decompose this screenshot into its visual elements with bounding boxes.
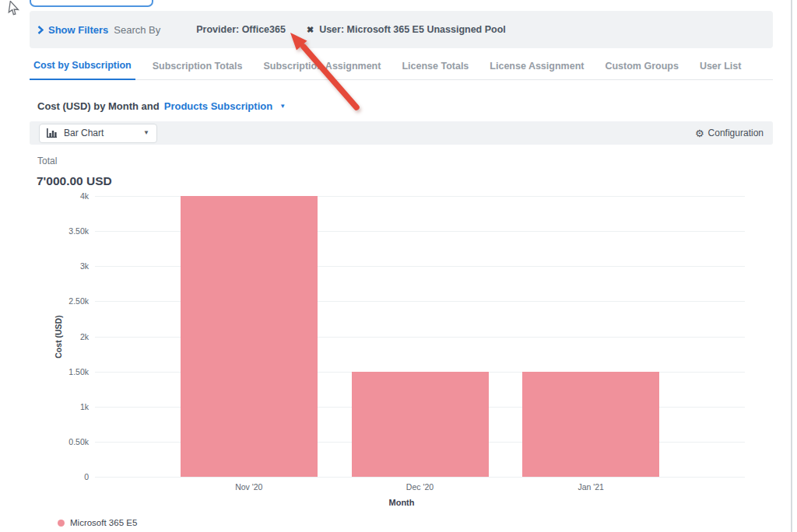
- y-tick-label: 2.50k: [5, 296, 89, 306]
- chart-type-value: Bar Chart: [64, 128, 104, 138]
- products-subscription-label: Products Subscription: [164, 100, 272, 112]
- x-tick-label: Nov '20: [235, 482, 262, 492]
- y-tick-label: 0: [5, 472, 89, 481]
- x-axis-title: Month: [389, 498, 415, 507]
- y-tick-label: 4k: [5, 191, 89, 201]
- y-tick-label: 3k: [5, 261, 89, 271]
- y-tick-label: 2k: [5, 332, 89, 341]
- tab-bar: Cost by SubscriptionSubscription TotalsS…: [30, 54, 773, 80]
- bar-chart-plot-area: 4k3.50k3k2.50k2k1.50k1k0.50k0Nov '20Dec …: [95, 196, 745, 477]
- caret-down-icon: ▼: [279, 103, 286, 110]
- tab-user-list[interactable]: User List: [696, 61, 746, 79]
- show-filters-toggle[interactable]: Show Filters: [37, 24, 108, 36]
- tab-cost-by-subscription[interactable]: Cost by Subscription: [30, 60, 135, 80]
- show-filters-label: Show Filters: [48, 24, 108, 36]
- y-tick-label: 1.50k: [5, 367, 89, 376]
- legend-item[interactable]: Microsoft 365 E5: [58, 518, 137, 527]
- filter-bar: Show Filters Search By Provider: Office3…: [30, 11, 773, 48]
- bar-nov-20[interactable]: [181, 196, 318, 477]
- x-icon[interactable]: ✖: [307, 25, 314, 35]
- y-tick-label: 0.50k: [5, 437, 89, 446]
- page-right-border: [791, 0, 792, 532]
- top-focused-input[interactable]: [30, 0, 153, 7]
- legend-label: Microsoft 365 E5: [70, 518, 137, 527]
- total-value: 7'000.00 USD: [37, 174, 112, 188]
- gridline: [95, 477, 745, 478]
- provider-filter-label: Provider: Office365: [196, 24, 286, 35]
- configuration-label: Configuration: [708, 128, 764, 138]
- gear-icon: ⚙: [695, 128, 704, 138]
- y-tick-label: 1k: [5, 402, 89, 411]
- bar-jan-21[interactable]: [522, 372, 659, 477]
- configuration-button[interactable]: ⚙ Configuration: [695, 128, 764, 138]
- chart-heading: Cost (USD) by Month and Products Subscri…: [37, 100, 286, 112]
- mouse-cursor-icon: [6, 1, 20, 16]
- products-subscription-dropdown[interactable]: Products Subscription ▼: [164, 100, 286, 112]
- chevron-right-icon: [37, 26, 44, 34]
- chart-toolbar: Bar Chart ▼ ⚙ Configuration: [30, 121, 773, 145]
- total-label: Total: [37, 156, 57, 166]
- provider-filter-chip[interactable]: Provider: Office365: [196, 24, 286, 35]
- bar-dec-20[interactable]: [352, 372, 489, 477]
- user-filter-chip[interactable]: ✖ User: Microsoft 365 E5 Unassigned Pool: [307, 24, 506, 35]
- tab-subscription-totals[interactable]: Subscription Totals: [149, 61, 247, 79]
- tab-custom-groups[interactable]: Custom Groups: [601, 61, 682, 79]
- tab-license-assignment[interactable]: License Assignment: [486, 61, 588, 79]
- x-tick-label: Dec '20: [406, 482, 434, 492]
- tab-subscription-assignment[interactable]: Subscription Assignment: [259, 61, 384, 79]
- x-tick-label: Jan '21: [578, 482, 604, 492]
- bar-chart-icon: [47, 128, 58, 138]
- chart-heading-text: Cost (USD) by Month and: [37, 100, 160, 112]
- chart-type-select[interactable]: Bar Chart ▼: [39, 124, 157, 143]
- user-filter-label: User: Microsoft 365 E5 Unassigned Pool: [319, 24, 506, 35]
- search-by-label: Search By: [114, 24, 160, 36]
- tab-license-totals[interactable]: License Totals: [398, 61, 472, 79]
- y-tick-label: 3.50k: [5, 226, 89, 236]
- legend-marker-icon: [58, 520, 65, 527]
- caret-down-icon: ▼: [143, 130, 149, 136]
